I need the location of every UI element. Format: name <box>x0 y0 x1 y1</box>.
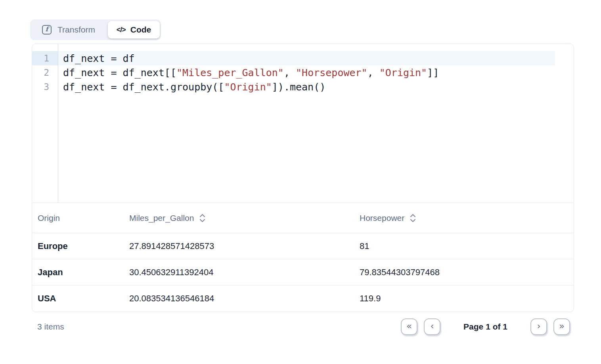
next-page-button[interactable]: › <box>530 318 547 335</box>
last-page-button[interactable]: » <box>553 318 570 335</box>
code-line-3: 3 df_next = df_next.groupby(["Origin"]).… <box>32 80 555 94</box>
code-token-string: "Horsepower" <box>296 67 367 79</box>
pagination: « ‹ Page 1 of 1 › » <box>401 318 574 335</box>
last-page-icon: » <box>559 322 565 331</box>
cell-horsepower: 119.9 <box>360 293 574 304</box>
cell-origin: Japan <box>38 267 129 278</box>
cell-horsepower: 79.83544303797468 <box>360 267 574 278</box>
cell-origin: Europe <box>38 241 129 251</box>
previous-page-button[interactable]: ‹ <box>424 318 440 335</box>
table-header-row: Origin Miles_per_Gallon Horsepower <box>32 203 574 233</box>
table-row: Japan 30.450632911392404 79.835443037974… <box>32 259 574 285</box>
column-header-label: Miles_per_Gallon <box>129 213 194 223</box>
table-footer: 3 items « ‹ Page 1 of 1 › » <box>32 317 574 336</box>
code-line-text: df_next = df <box>58 51 555 65</box>
cell-miles-per-gallon: 27.891428571428573 <box>129 241 360 251</box>
sort-icon[interactable] <box>199 213 205 223</box>
column-header-label: Origin <box>38 213 60 223</box>
cell-horsepower: 81 <box>360 241 574 251</box>
next-page-icon: › <box>537 322 540 331</box>
table-row: Europe 27.891428571428573 81 <box>32 233 574 259</box>
code-editor[interactable]: 1 df_next = df 2 df_next = df_next[["Mil… <box>32 44 574 203</box>
line-number: 2 <box>32 65 58 80</box>
column-header-origin: Origin <box>38 213 129 223</box>
first-page-icon: « <box>406 322 412 331</box>
code-token-string: "Origin" <box>379 67 427 79</box>
cell-miles-per-gallon: 20.083534136546184 <box>129 293 360 304</box>
code-line-2: 2 df_next = df_next[["Miles_per_Gallon",… <box>32 65 555 80</box>
code-token: df_next = df_next.groupby([ <box>63 81 224 93</box>
code-token-string: "Miles_per_Gallon" <box>176 67 284 79</box>
code-line-text: df_next = df_next.groupby(["Origin"]).me… <box>58 80 555 94</box>
tab-transform[interactable]: f Transform <box>30 19 108 40</box>
tab-transform-label: Transform <box>57 25 95 34</box>
code-token-string: "Origin" <box>224 81 272 93</box>
tab-code[interactable]: </> Code <box>108 21 160 38</box>
line-number: 3 <box>32 80 58 94</box>
content-panel: 1 df_next = df 2 df_next = df_next[["Mil… <box>32 44 574 312</box>
code-token: df_next = df <box>63 53 135 64</box>
tab-code-label: Code <box>130 25 151 34</box>
sort-icon[interactable] <box>410 213 416 223</box>
column-header-miles-per-gallon[interactable]: Miles_per_Gallon <box>129 213 360 223</box>
column-header-label: Horsepower <box>360 213 404 223</box>
page-indicator: Page 1 of 1 <box>463 322 507 331</box>
code-token: , <box>284 67 296 79</box>
cell-origin: USA <box>38 293 129 304</box>
table-row: USA 20.083534136546184 119.9 <box>32 285 574 311</box>
view-toggle: f Transform </> Code <box>30 19 161 40</box>
previous-page-icon: ‹ <box>431 322 434 331</box>
column-header-horsepower[interactable]: Horsepower <box>360 213 574 223</box>
code-token: ]] <box>427 67 439 79</box>
code-icon: </> <box>117 26 126 34</box>
line-number: 1 <box>32 51 58 65</box>
function-icon: f <box>42 25 52 34</box>
code-line-text: df_next = df_next[["Miles_per_Gallon", "… <box>58 65 555 80</box>
code-token: df_next = df_next[[ <box>63 67 176 79</box>
items-count: 3 items <box>32 322 64 331</box>
code-token: ]).mean() <box>272 81 325 93</box>
cell-miles-per-gallon: 30.450632911392404 <box>129 267 360 278</box>
gutter-divider <box>58 44 58 203</box>
code-token: , <box>367 67 379 79</box>
code-line-1: 1 df_next = df <box>32 51 555 65</box>
first-page-button[interactable]: « <box>401 318 417 335</box>
